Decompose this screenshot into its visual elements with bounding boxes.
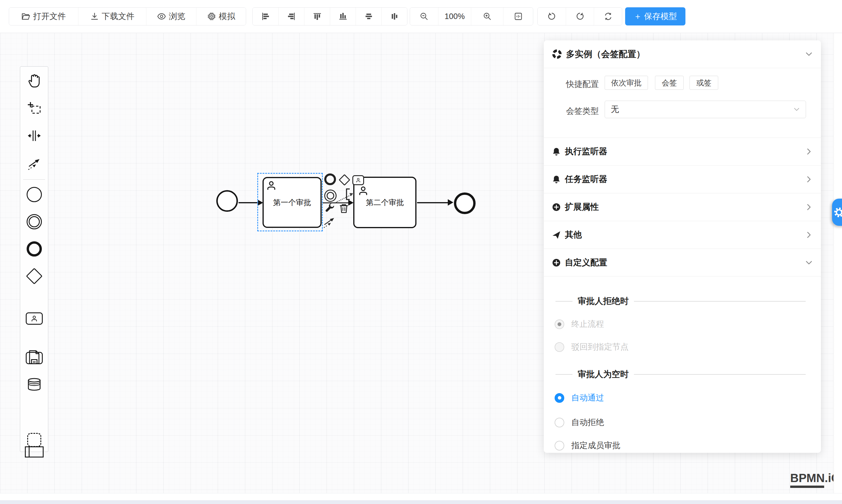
radio-circle[interactable] bbox=[555, 393, 564, 403]
undo-button[interactable] bbox=[538, 7, 566, 25]
zoom-in-button[interactable] bbox=[471, 7, 503, 25]
radio-circle[interactable] bbox=[555, 320, 564, 329]
create-data-object[interactable] bbox=[29, 350, 40, 365]
space-tool[interactable] bbox=[27, 129, 41, 144]
reject-group-header: 审批人拒绝时 bbox=[556, 294, 806, 309]
chevron-right-icon bbox=[805, 148, 813, 155]
download-file-button[interactable]: 下载文件 bbox=[78, 7, 146, 25]
align-button-group bbox=[252, 7, 407, 25]
bpmn-io-logo[interactable]: BPMN.iO bbox=[790, 471, 840, 488]
chevron-down-icon[interactable] bbox=[805, 50, 813, 58]
radio-auto-pass[interactable]: 自动通过 bbox=[555, 391, 604, 404]
fit-viewport-button[interactable] bbox=[503, 7, 533, 25]
align-center-horizontal-icon bbox=[365, 12, 373, 20]
sign-type-value: 无 bbox=[611, 104, 793, 115]
user-icon bbox=[31, 315, 38, 322]
create-gateway[interactable] bbox=[26, 268, 42, 285]
radio-circle[interactable] bbox=[555, 418, 564, 427]
trash-icon[interactable] bbox=[339, 203, 349, 215]
preview-button[interactable]: 浏览 bbox=[146, 7, 196, 25]
create-data-store[interactable] bbox=[27, 378, 41, 392]
file-button-group: 打开文件 下载文件 浏览 模拟 bbox=[9, 7, 246, 25]
chevron-right-icon bbox=[805, 231, 813, 239]
restart-button[interactable] bbox=[594, 7, 622, 25]
quick-option-orsign-button[interactable]: 或签 bbox=[689, 76, 718, 90]
user-icon-ghost bbox=[358, 185, 368, 198]
section-task-listener[interactable]: 任务监听器 bbox=[544, 165, 821, 193]
sign-type-label: 会签类型 bbox=[544, 106, 599, 117]
append-intermediate-event-icon[interactable] bbox=[324, 190, 337, 202]
align-bottom-icon bbox=[339, 12, 347, 20]
quick-config-label: 快捷配置 bbox=[544, 79, 599, 90]
reject-group-title: 审批人拒绝时 bbox=[578, 295, 629, 307]
end-event-node[interactable] bbox=[454, 193, 476, 214]
connect-tool-icon[interactable] bbox=[323, 216, 336, 230]
save-model-button[interactable]: ＋ 保存模型 bbox=[625, 7, 685, 25]
radio-circle[interactable] bbox=[555, 441, 564, 450]
lasso-tool[interactable] bbox=[27, 102, 41, 117]
bpmn-io-logo-text: BPMN.iO bbox=[790, 471, 840, 485]
align-left-button[interactable] bbox=[252, 7, 278, 25]
global-connect-tool[interactable] bbox=[27, 157, 41, 172]
bpmn-modeler-app: 第一个审批 第二个审批 bbox=[0, 0, 842, 504]
open-file-button[interactable]: 打开文件 bbox=[9, 7, 78, 25]
radio-auto-reject[interactable]: 自动拒绝 bbox=[555, 416, 604, 429]
align-top-icon bbox=[313, 12, 321, 20]
align-right-button[interactable] bbox=[278, 7, 304, 25]
radio-circle[interactable] bbox=[555, 342, 564, 352]
empty-group-header: 审批人为空时 bbox=[556, 367, 806, 382]
sequence-flow-3-arrowhead bbox=[448, 199, 453, 205]
radio-return-to-node[interactable]: 驳回到指定节点 bbox=[555, 340, 629, 354]
bell-icon bbox=[552, 147, 561, 156]
radio-terminate-process[interactable]: 终止流程 bbox=[555, 317, 604, 331]
create-start-event[interactable] bbox=[27, 187, 42, 202]
create-user-task[interactable] bbox=[26, 312, 43, 325]
empty-group-title: 审批人为空时 bbox=[578, 368, 629, 380]
undo-icon bbox=[547, 12, 556, 21]
append-end-event-icon[interactable] bbox=[324, 174, 336, 185]
append-user-task-icon[interactable] bbox=[352, 175, 364, 185]
section-custom-config[interactable]: 自定义配置 bbox=[544, 249, 821, 276]
radio-designated-member[interactable]: 指定成员审批 bbox=[555, 439, 620, 452]
create-group[interactable] bbox=[27, 433, 41, 447]
create-end-event[interactable] bbox=[27, 241, 42, 256]
align-bottom-button[interactable] bbox=[330, 7, 355, 25]
section-execution-listener[interactable]: 执行监听器 bbox=[544, 138, 821, 165]
redo-button[interactable] bbox=[566, 7, 594, 25]
zoom-out-icon bbox=[420, 12, 428, 21]
chevron-right-icon bbox=[805, 203, 813, 211]
zoom-button-group: 100% bbox=[410, 7, 533, 25]
start-event-node[interactable] bbox=[216, 190, 238, 212]
selection-outline bbox=[257, 173, 323, 231]
section-extended-properties[interactable]: 扩展属性 bbox=[544, 193, 821, 221]
palette-separator bbox=[23, 179, 45, 180]
align-center-vertical-button[interactable] bbox=[381, 7, 407, 25]
append-text-annotation-icon[interactable] bbox=[346, 188, 350, 201]
section-other[interactable]: 其他 bbox=[544, 221, 821, 249]
bell-icon bbox=[552, 175, 561, 184]
align-center-vertical-icon bbox=[390, 12, 399, 20]
vertical-scrollbar-track[interactable] bbox=[834, 33, 842, 493]
simulate-button[interactable]: 模拟 bbox=[196, 7, 246, 25]
sequence-flow-3[interactable] bbox=[417, 202, 449, 203]
zoom-out-button[interactable] bbox=[410, 7, 438, 25]
quick-option-countersign-button[interactable]: 会签 bbox=[655, 76, 684, 90]
create-participant[interactable] bbox=[25, 446, 43, 457]
hand-tool[interactable] bbox=[27, 73, 41, 89]
align-center-horizontal-button[interactable] bbox=[355, 7, 381, 25]
eye-icon bbox=[157, 12, 166, 21]
quick-option-sequential-button[interactable]: 依次审批 bbox=[604, 76, 648, 90]
zoom-level: 100% bbox=[438, 7, 471, 25]
settings-tab[interactable] bbox=[832, 199, 842, 226]
create-intermediate-event[interactable] bbox=[27, 214, 42, 229]
sequence-flow-1[interactable] bbox=[239, 202, 259, 203]
horizontal-scrollbar-track[interactable] bbox=[0, 493, 842, 500]
align-top-button[interactable] bbox=[304, 7, 330, 25]
sign-type-select[interactable]: 无 bbox=[604, 101, 806, 118]
wrench-icon[interactable] bbox=[324, 203, 335, 214]
top-toolbar: 打开文件 下载文件 浏览 模拟 100% bbox=[0, 0, 842, 33]
circle-plus-icon bbox=[552, 258, 561, 267]
panel-header[interactable]: 多实例（会签配置） bbox=[544, 40, 821, 68]
folder-open-icon bbox=[21, 12, 30, 21]
history-button-group bbox=[537, 7, 622, 25]
